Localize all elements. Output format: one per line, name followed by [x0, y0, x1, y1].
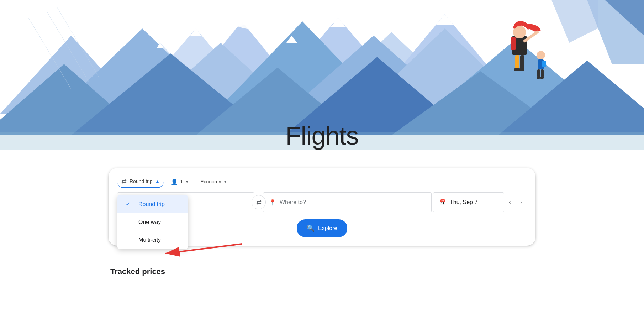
- class-chevron: ▼: [223, 179, 227, 184]
- trip-type-icon: ⇄: [121, 177, 127, 185]
- svg-rect-43: [519, 68, 524, 71]
- svg-rect-42: [514, 68, 519, 71]
- where-to-field[interactable]: 📍 Where to?: [263, 192, 432, 212]
- check-icon: ✓: [126, 201, 133, 208]
- svg-point-44: [537, 51, 545, 59]
- controls-row: ⇄ Round trip ▲ ✓ Round trip One way: [117, 175, 527, 188]
- search-container: ⇄ Round trip ▲ ✓ Round trip One way: [0, 168, 644, 246]
- svg-rect-48: [541, 69, 544, 77]
- dropdown-item-multi-city[interactable]: Multi-city: [117, 231, 188, 249]
- dropdown-label-one-way: One way: [138, 219, 161, 225]
- svg-point-29: [231, 10, 281, 30]
- date-prev-button[interactable]: ‹: [504, 197, 516, 208]
- explore-search-icon: 🔍: [307, 224, 315, 232]
- svg-rect-49: [537, 77, 540, 79]
- calendar-icon: 📅: [439, 199, 446, 206]
- date-wrapper: 📅 Thu, Sep 7 ‹ ›: [433, 192, 527, 212]
- location-icon: 📍: [269, 199, 276, 206]
- trip-type-label: Round trip: [130, 178, 153, 184]
- passengers-count: 1: [180, 179, 183, 184]
- dropdown-item-one-way[interactable]: One way: [117, 213, 188, 231]
- search-card: ⇄ Round trip ▲ ✓ Round trip One way: [109, 168, 535, 246]
- svg-point-32: [377, 3, 434, 24]
- trip-type-button[interactable]: ⇄ Round trip ▲: [117, 175, 164, 188]
- svg-rect-37: [511, 37, 516, 50]
- trip-type-chevron: ▲: [155, 179, 160, 184]
- passengers-chevron: ▼: [185, 179, 189, 184]
- svg-rect-40: [515, 55, 519, 69]
- class-label: Economy: [200, 179, 221, 184]
- swap-button[interactable]: ⇄: [252, 195, 266, 209]
- date-value: Thu, Sep 7: [450, 199, 477, 205]
- svg-rect-47: [537, 69, 540, 77]
- date-next-button[interactable]: ›: [516, 197, 527, 208]
- tracked-prices-title: Tracked prices: [110, 267, 534, 276]
- where-to-placeholder: Where to?: [280, 199, 306, 205]
- explore-button[interactable]: 🔍 Explore: [297, 219, 347, 237]
- trip-type-wrapper: ⇄ Round trip ▲ ✓ Round trip One way: [117, 175, 164, 188]
- swap-icon: ⇄: [256, 198, 262, 206]
- dropdown-label-round-trip: Round trip: [138, 201, 165, 208]
- svg-rect-41: [520, 55, 524, 69]
- tracked-section: Tracked prices: [0, 267, 644, 276]
- trip-type-dropdown: ✓ Round trip One way Multi-city: [117, 195, 188, 249]
- page-title: Flights: [0, 121, 644, 150]
- person-icon: 👤: [171, 178, 178, 185]
- dropdown-label-multi-city: Multi-city: [138, 237, 161, 243]
- class-button[interactable]: Economy ▼: [196, 177, 231, 187]
- passengers-button[interactable]: 👤 1 ▼: [167, 176, 193, 187]
- svg-rect-50: [540, 77, 544, 79]
- dropdown-item-round-trip[interactable]: ✓ Round trip: [117, 195, 188, 213]
- svg-rect-46: [542, 61, 546, 67]
- date-field[interactable]: 📅 Thu, Sep 7: [433, 192, 504, 212]
- explore-label: Explore: [318, 225, 337, 231]
